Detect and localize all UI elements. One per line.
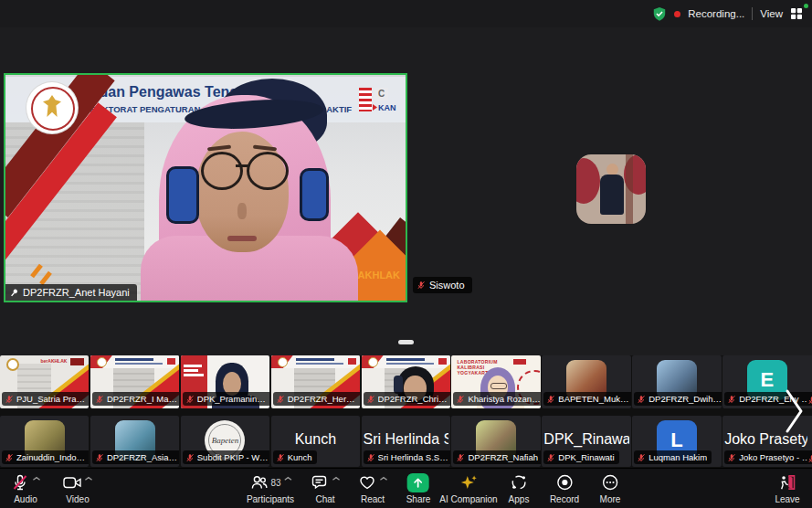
participant-tile[interactable]: Zainuddin_Indowire xyxy=(0,416,89,467)
chevron-up-icon[interactable] xyxy=(380,476,388,482)
chevron-up-icon[interactable] xyxy=(33,476,41,482)
participant-display-name: Sri Herlinda S... xyxy=(364,431,448,448)
participant-name-label: Siswoto xyxy=(413,277,472,293)
view-button[interactable]: View xyxy=(760,8,783,19)
muted-mic-icon xyxy=(5,453,14,462)
participant-name-label: DPK_Rinawati xyxy=(543,450,618,464)
record-label: Record xyxy=(550,494,579,504)
video-stage: Badan Pengawas Tenaga Nuklir DIREKTORAT … xyxy=(0,27,812,355)
participant-tile[interactable]: DP2FRZR_Hermawan... xyxy=(271,355,360,408)
leave-meeting-icon xyxy=(778,473,797,492)
participant-name-label: PJU_Satria Prahara xyxy=(2,392,89,406)
ai-companion-button[interactable]: AI Companion xyxy=(439,472,497,504)
participants-icon xyxy=(248,473,268,492)
muted-mic-icon xyxy=(417,280,426,290)
heart-icon xyxy=(358,473,377,492)
pin-icon xyxy=(7,285,21,299)
share-button[interactable]: Share xyxy=(406,472,431,504)
gallery-grid-icon[interactable] xyxy=(790,7,803,20)
participant-tile[interactable]: KunchKunch xyxy=(271,416,360,467)
audio-label: Audio xyxy=(14,494,37,504)
apps-button[interactable]: Apps xyxy=(509,472,530,504)
chevron-up-icon[interactable] xyxy=(332,476,341,482)
encryption-shield-icon[interactable] xyxy=(652,6,667,22)
gallery-next-page-button[interactable] xyxy=(779,386,808,437)
gallery-row-2: Zainuddin_IndowireDP2FRZR_Asiah Has...Ba… xyxy=(0,416,812,467)
participant-tile[interactable]: DP2FRZR_I Made Ard... xyxy=(90,355,179,408)
participant-name-label: Zainuddin_Indowire xyxy=(2,450,89,464)
participant-tile[interactable]: DPK_Pramaning Tri H... xyxy=(181,355,269,408)
participant-tile[interactable]: berAKHLAKPJU_Satria Prahara xyxy=(0,355,89,408)
muted-mic-icon xyxy=(727,395,736,404)
berakhlak-mini-text: berAKHLAK xyxy=(41,358,68,364)
headphone-earcup xyxy=(166,166,199,224)
muted-mic-icon xyxy=(185,453,195,462)
gallery-resize-handle[interactable] xyxy=(398,340,414,344)
react-button[interactable]: React xyxy=(358,472,388,504)
participant-avatar xyxy=(576,154,646,224)
video-camera-icon xyxy=(63,473,82,492)
glasses-lens xyxy=(247,152,289,190)
record-button[interactable]: Record xyxy=(550,472,579,504)
share-label: Share xyxy=(406,494,431,504)
audio-button[interactable]: Audio xyxy=(11,472,41,504)
participant-name-label: Joko Prasetyo - BRIN xyxy=(724,450,811,464)
meeting-toolbar: Audio Video 83 Participants xyxy=(0,468,812,508)
speaker-nose xyxy=(237,203,247,219)
mic-muted-icon xyxy=(11,473,30,492)
participant-name-label: DP2FRZR_I Made Ard... xyxy=(92,392,179,406)
participant-name-label: Kunch xyxy=(273,450,317,464)
participant-tile[interactable]: DP2FRZR_Dwihardjo... xyxy=(632,355,721,408)
green-status-dot xyxy=(804,4,808,8)
active-speaker-name-label: DP2FRZR_Anet Hayani xyxy=(5,284,137,301)
iso-stripe-logo xyxy=(359,88,372,111)
more-ellipsis-icon xyxy=(600,473,619,492)
muted-mic-icon xyxy=(366,453,375,462)
meeting-topbar: Recording... View xyxy=(0,0,812,27)
participant-tile[interactable]: Sri Herlinda S...Sri Herlinda S.ST, M.Si xyxy=(362,416,450,467)
topbar-divider xyxy=(752,7,753,20)
bapeten-mini-logo xyxy=(97,357,107,367)
muted-mic-icon xyxy=(456,395,465,404)
participant-tile[interactable]: BapetenSubdit PKIP - Wawan... xyxy=(181,416,269,467)
participants-count-badge: 83 xyxy=(270,478,280,488)
participant-tile-siswoto[interactable]: Siswoto xyxy=(408,73,812,302)
participant-tile[interactable]: DP2FRZR_Nafiah xyxy=(451,416,540,467)
muted-mic-icon xyxy=(546,395,555,404)
participant-tile[interactable]: LABORATORIUMKALIBRASIYOGYAKARTAKharistya… xyxy=(451,355,540,408)
record-icon xyxy=(555,473,575,492)
chat-button[interactable]: Chat xyxy=(311,472,341,504)
leave-label: Leave xyxy=(775,494,799,504)
apps-label: Apps xyxy=(509,494,530,504)
ai-sparkle-icon xyxy=(459,473,479,492)
gallery-row-1: berAKHLAKPJU_Satria PraharaDP2FRZR_I Mad… xyxy=(0,355,812,408)
participant-tile[interactable]: DP2FRZR_Chrisantus... xyxy=(362,355,450,408)
video-button[interactable]: Video xyxy=(63,472,93,504)
participant-name-label: BAPETEN_Mukhlisin xyxy=(543,392,630,406)
active-speaker-tile[interactable]: Badan Pengawas Tenaga Nuklir DIREKTORAT … xyxy=(4,73,407,302)
ai-companion-label: AI Companion xyxy=(439,494,497,504)
participant-display-name: DPK_Rinawati xyxy=(543,431,628,448)
recording-indicator: Recording... xyxy=(688,8,744,19)
participant-tile[interactable]: DPK_RinawatiDPK_Rinawati xyxy=(542,416,630,467)
glasses-lens xyxy=(201,152,243,190)
participant-name-label: Subdit PKIP - Wawan... xyxy=(183,450,269,464)
participant-name-label: Kharistya Rozana-BRIN xyxy=(453,392,540,406)
more-button[interactable]: More xyxy=(600,472,621,504)
participant-display-name: Kunch xyxy=(273,431,358,448)
participants-label: Participants xyxy=(247,494,294,504)
participants-button[interactable]: 83 Participants xyxy=(247,472,294,504)
kan-logo: KAN xyxy=(373,103,396,112)
recording-dot-icon xyxy=(674,11,680,17)
chevron-up-icon[interactable] xyxy=(85,476,93,482)
react-label: React xyxy=(361,494,385,504)
participant-tile[interactable]: LLuqman Hakim xyxy=(632,416,721,467)
apps-icon xyxy=(509,473,528,492)
participant-gallery: berAKHLAKPJU_Satria PraharaDP2FRZR_I Mad… xyxy=(0,355,812,468)
chat-bubble-icon xyxy=(311,473,330,492)
participant-tile[interactable]: DP2FRZR_Asiah Has... xyxy=(90,416,179,467)
chevron-up-icon[interactable] xyxy=(284,476,292,482)
leave-button[interactable]: Leave xyxy=(775,472,799,504)
participant-tile[interactable]: BAPETEN_Mukhlisin xyxy=(542,355,630,408)
bapeten-mini-logo xyxy=(278,357,288,367)
